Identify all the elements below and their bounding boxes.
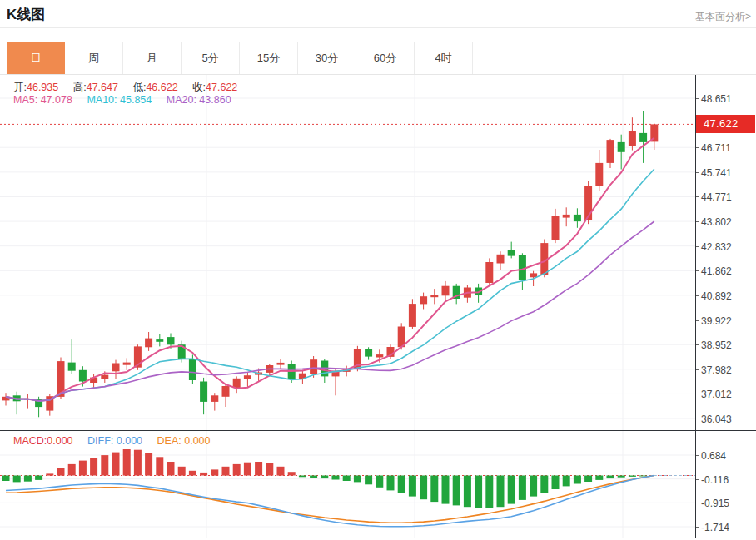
high-value: 47.647 (87, 82, 118, 93)
y-axis-label: 42.832 (701, 242, 754, 252)
ma-info-row: MA5: 47.078 MA10: 45.854 MA20: 43.860 (13, 94, 243, 106)
tab-15分[interactable]: 15分 (240, 42, 298, 74)
y-axis-label: 44.771 (701, 192, 754, 202)
tab-日[interactable]: 日 (7, 42, 65, 74)
ma10-label: MA10: (87, 94, 117, 106)
interval-tabbar: 日周月5分15分30分60分4时 (0, 42, 756, 75)
low-value: 46.622 (146, 82, 177, 93)
y-axis-label: 0.684 (701, 451, 754, 461)
tab-4时[interactable]: 4时 (415, 42, 473, 74)
diff-label: DIFF: (87, 435, 113, 447)
tab-60分[interactable]: 60分 (356, 42, 415, 74)
ohlc-info-row: 开:46.935 高:47.647 低:46.622 收:47.622 (13, 81, 249, 95)
dea-label: DEA: (157, 435, 182, 447)
y-axis-label: -0.116 (701, 475, 754, 485)
dea-value: 0.000 (184, 435, 210, 447)
macd-value: 0.000 (47, 435, 72, 447)
close-value: 47.622 (206, 82, 237, 93)
main-candlestick-chart[interactable] (0, 75, 695, 430)
chart-area: 开:46.935 高:47.647 低:46.622 收:47.622 MA5:… (0, 75, 756, 538)
ma5-value: 47.078 (41, 94, 72, 106)
close-label: 收: (192, 82, 206, 93)
y-axis-label: 46.711 (701, 143, 754, 153)
y-axis-label: 38.952 (701, 340, 754, 350)
open-label: 开: (13, 82, 27, 93)
tab-周[interactable]: 周 (65, 42, 123, 74)
y-axis-label: 41.862 (701, 266, 754, 276)
y-axis-label: 36.043 (701, 414, 754, 424)
ma20-value: 43.860 (199, 94, 231, 106)
high-label: 高: (73, 82, 87, 93)
y-axis-label: 37.982 (701, 365, 754, 375)
y-axis-label: 37.012 (701, 389, 754, 399)
fundamental-analysis-link[interactable]: 基本面分析> (695, 10, 751, 24)
ma5-label: MA5: (13, 94, 37, 106)
diff-value: 0.000 (117, 435, 142, 447)
y-axis-label: 45.741 (701, 168, 754, 178)
page-title: K线图 (7, 5, 45, 24)
ma10-value: 45.854 (120, 94, 152, 106)
current-price-tag: 47.622 (696, 115, 755, 133)
macd-info-row: MACD:0.000 DIFF: 0.000 DEA: 0.000 (13, 435, 222, 447)
open-value: 46.935 (27, 82, 58, 93)
panel-separator (0, 430, 756, 431)
y-axis-label: 39.922 (701, 316, 754, 326)
macd-label: MACD: (13, 435, 47, 447)
y-axis-label: -1.714 (701, 523, 754, 533)
ma20-label: MA20: (167, 94, 196, 106)
y-axis-label: 43.802 (701, 217, 754, 227)
y-axis-label: 40.892 (701, 291, 754, 301)
main-chart-svg (0, 75, 695, 430)
axis-line (695, 75, 696, 538)
low-label: 低: (132, 82, 146, 93)
bottom-border (0, 538, 756, 538)
title-divider (0, 27, 756, 28)
y-axis-label: -0.915 (701, 498, 754, 508)
y-axis-label: 48.651 (701, 94, 754, 104)
tab-月[interactable]: 月 (123, 42, 182, 74)
tab-30分[interactable]: 30分 (298, 42, 356, 74)
tab-5分[interactable]: 5分 (182, 42, 240, 74)
